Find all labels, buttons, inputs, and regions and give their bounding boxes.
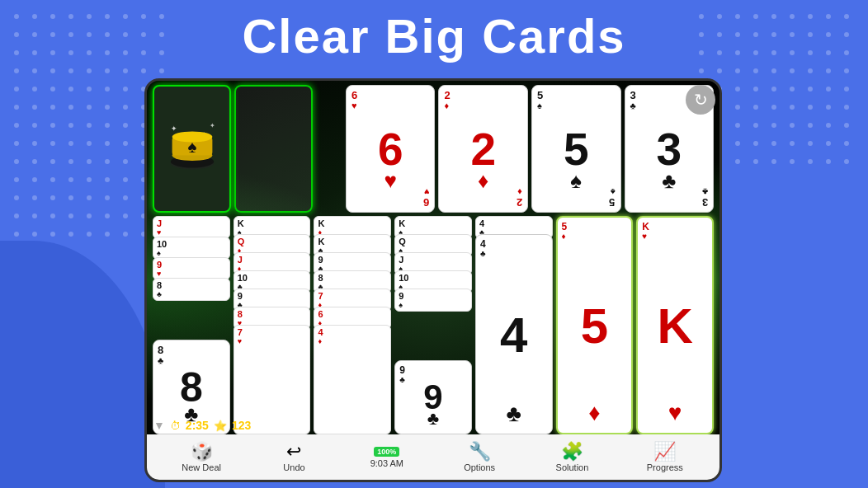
star-icon: ⭐ bbox=[214, 420, 227, 432]
new-deal-icon: 🎲 bbox=[191, 443, 213, 461]
timer-score-area: ▼ ⏱ 2:35 ⭐ 123 bbox=[153, 419, 251, 432]
undo-label: Undo bbox=[283, 462, 304, 472]
chip-card[interactable]: ♠ ✦ ✦ · bbox=[153, 85, 231, 213]
battery-badge: 100% bbox=[374, 447, 399, 457]
bottom-row: J♥ 10♠ 9♥ 8♣ 8 ♣ 8 ♣ K♠ Q♦ J♦ 10♣ 9♣ 8♥ bbox=[151, 216, 715, 434]
toolbar: 🎲 New Deal ↩ Undo 100% 9:03 AM 🔧 Options… bbox=[147, 434, 719, 480]
undo-button[interactable]: ↩ Undo bbox=[248, 434, 340, 480]
card-4-clubs-big: 4 ♣ 4 ♣ bbox=[475, 234, 553, 434]
column-4[interactable]: K♠ Q♠ J♠ 10♠ 9♠ 9 ♣ 9 ♣ bbox=[394, 216, 472, 434]
card-9-clubs-big: 9 ♣ 9 ♣ bbox=[394, 360, 472, 434]
column-5[interactable]: 4♣ 4 ♣ 4 ♣ bbox=[475, 216, 553, 434]
solution-icon: 🧩 bbox=[561, 443, 583, 461]
card-10-spades: 10♠ bbox=[153, 237, 230, 260]
time-label: 9:03 AM bbox=[370, 458, 403, 468]
card-6-hearts[interactable]: 6 ♥ 6 ♥ 6 ♥ bbox=[346, 85, 436, 213]
options-label: Options bbox=[464, 462, 495, 472]
cards-area: ♠ ✦ ✦ · 6 ♥ 6 ♥ 6 ♥ bbox=[151, 85, 715, 434]
wave-decoration bbox=[0, 241, 165, 488]
column-7[interactable]: K ♥ K ♥ bbox=[636, 216, 714, 434]
card-5-diamonds-big: 5 ♦ 5 ♦ bbox=[556, 216, 634, 434]
new-deal-button[interactable]: 🎲 New Deal bbox=[155, 434, 248, 480]
progress-label: Progress bbox=[647, 462, 683, 472]
card-j-hearts: J♥ bbox=[153, 216, 230, 239]
score-display: 123 bbox=[232, 419, 251, 432]
card-2-diamonds[interactable]: 2 ♦ 2 ♦ 2 ♦ bbox=[438, 85, 528, 213]
timer-display: 2:35 bbox=[186, 419, 209, 432]
column-2[interactable]: K♠ Q♦ J♦ 10♣ 9♣ 8♥ 7♥ bbox=[234, 216, 311, 434]
card-9-hearts: 9♥ bbox=[153, 257, 230, 280]
column-6[interactable]: 5 ♦ 5 ♦ bbox=[556, 216, 634, 434]
svg-text:♠: ♠ bbox=[187, 136, 196, 155]
column-1[interactable]: J♥ 10♠ 9♥ 8♣ 8 ♣ 8 ♣ bbox=[153, 216, 230, 434]
battery-button[interactable]: 100% 9:03 AM bbox=[341, 434, 433, 480]
refresh-button[interactable]: ↻ bbox=[686, 85, 715, 115]
empty-slot[interactable] bbox=[234, 85, 313, 213]
spacer bbox=[316, 85, 342, 213]
card-8-clubs-top: 8♣ bbox=[153, 278, 230, 301]
svg-text:✦: ✦ bbox=[170, 124, 177, 132]
time-icon: ⏱ bbox=[170, 420, 181, 432]
new-deal-label: New Deal bbox=[182, 462, 221, 472]
game-container: ↻ ♠ ✦ ✦ · bbox=[144, 78, 722, 482]
page-title: Clear Big Cards bbox=[0, 8, 868, 63]
options-icon: 🔧 bbox=[469, 443, 491, 461]
column-3[interactable]: K♦ K♣ 9♣ 8♣ 7♦ 6♦ 4♦ bbox=[314, 216, 391, 434]
card-5-spades[interactable]: 5 ♠ 5 ♠ 5 ♠ bbox=[531, 85, 621, 213]
card-k-hearts-big: K ♥ K ♥ bbox=[636, 216, 714, 434]
progress-icon: 📈 bbox=[653, 443, 676, 461]
chevron-down-icon[interactable]: ▼ bbox=[153, 419, 165, 432]
solution-label: Solution bbox=[556, 462, 589, 472]
solution-button[interactable]: 🧩 Solution bbox=[526, 434, 618, 480]
progress-button[interactable]: 📈 Progress bbox=[619, 434, 711, 480]
undo-icon: ↩ bbox=[286, 443, 301, 461]
options-button[interactable]: 🔧 Options bbox=[433, 434, 526, 480]
top-row: ♠ ✦ ✦ · 6 ♥ 6 ♥ 6 ♥ bbox=[151, 85, 715, 213]
svg-text:✦: ✦ bbox=[209, 121, 215, 129]
